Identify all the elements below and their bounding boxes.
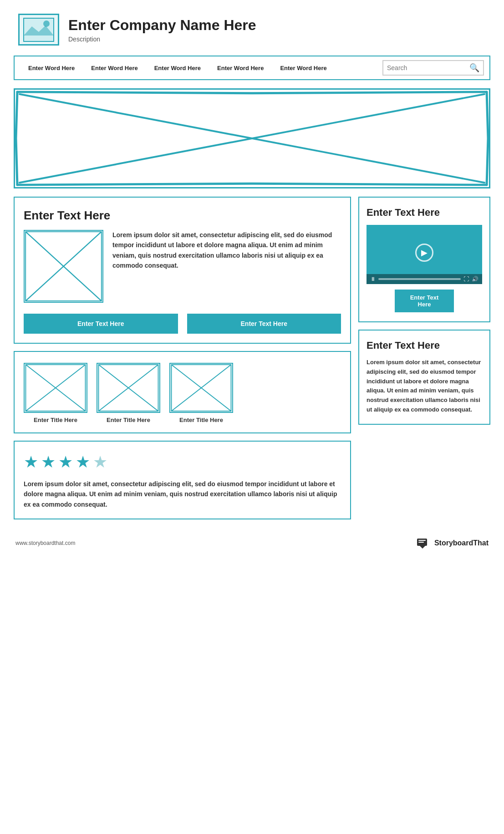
- nav-item-4[interactable]: Enter Word Here: [209, 62, 272, 74]
- nav-items: Enter Word Here Enter Word Here Enter Wo…: [20, 62, 382, 74]
- left-column: Enter Text Here Lorem ipsum dolor sit am…: [14, 197, 351, 519]
- section-1-btn-2[interactable]: Enter Text Here: [187, 314, 341, 334]
- play-button[interactable]: ▶: [415, 244, 433, 262]
- navbar: Enter Word Here Enter Word Here Enter Wo…: [14, 56, 490, 80]
- star-5-half: ★: [93, 453, 107, 472]
- footer-url: www.storyboardthat.com: [15, 540, 75, 546]
- grid-item-1: Enter Title Here: [24, 363, 87, 423]
- video-controls: ⏸ ⛶ 🔊: [367, 274, 482, 284]
- right-card-2: Enter Text Here Lorem ipsum dolor sit am…: [358, 330, 490, 425]
- star-2: ★: [41, 453, 56, 472]
- description: Description: [68, 36, 256, 43]
- image-grid: Enter Title Here Enter Title Here: [24, 363, 341, 423]
- video-placeholder: ▶ ⏸ ⛶ 🔊: [367, 225, 482, 284]
- grid-image-1: [24, 363, 87, 413]
- section-1-title: Enter Text Here: [24, 208, 341, 223]
- search-container: 🔍: [382, 60, 484, 76]
- footer-name: StoryboardThat: [434, 539, 489, 547]
- svg-point-2: [43, 20, 50, 27]
- grid-image-2: [97, 363, 160, 413]
- pause-icon[interactable]: ⏸: [370, 276, 376, 282]
- svg-marker-19: [420, 546, 425, 549]
- search-icon[interactable]: 🔍: [469, 63, 479, 73]
- right-1-button[interactable]: Enter Text Here: [395, 290, 454, 312]
- section-1-btn-1[interactable]: Enter Text Here: [24, 314, 178, 334]
- star-4: ★: [76, 453, 90, 472]
- progress-bar: [378, 278, 461, 280]
- volume-icon[interactable]: 🔊: [472, 276, 479, 282]
- footer-logo-icon: [416, 536, 431, 550]
- svg-rect-20: [418, 540, 426, 541]
- main-content: Enter Text Here Lorem ipsum dolor sit am…: [14, 197, 490, 519]
- search-input[interactable]: [387, 64, 467, 71]
- svg-rect-21: [418, 542, 424, 543]
- review-text: Lorem ipsum dolor sit amet, consectetur …: [24, 479, 341, 509]
- grid-title-3: Enter Title Here: [179, 417, 223, 423]
- stars-row: ★ ★ ★ ★ ★: [24, 453, 341, 472]
- logo-box: [18, 14, 59, 46]
- section-1-btn-row: Enter Text Here Enter Text Here: [24, 314, 341, 334]
- section-card-3: ★ ★ ★ ★ ★ Lorem ipsum dolor sit amet, co…: [14, 441, 351, 519]
- company-name: Enter Company Name Here: [68, 17, 256, 34]
- section-1-image: [24, 230, 103, 303]
- nav-item-1[interactable]: Enter Word Here: [20, 62, 83, 74]
- svg-rect-0: [24, 18, 54, 41]
- fullscreen-icon[interactable]: ⛶: [463, 276, 469, 282]
- nav-item-5[interactable]: Enter Word Here: [272, 62, 335, 74]
- nav-item-3[interactable]: Enter Word Here: [146, 62, 209, 74]
- hero-banner: [14, 88, 490, 188]
- right-column: Enter Text Here ▶ ⏸ ⛶ 🔊 Enter Text Here …: [358, 197, 490, 519]
- grid-title-2: Enter Title Here: [107, 417, 150, 423]
- grid-item-2: Enter Title Here: [97, 363, 160, 423]
- right-1-title: Enter Text Here: [367, 207, 482, 219]
- header: Enter Company Name Here Description: [14, 9, 490, 50]
- right-card-1: Enter Text Here ▶ ⏸ ⛶ 🔊 Enter Text Here: [358, 197, 490, 322]
- star-1: ★: [24, 453, 38, 472]
- section-1-lorem: Lorem ipsum dolor sit amet, consectetur …: [112, 230, 341, 271]
- grid-image-3: [169, 363, 233, 413]
- header-text: Enter Company Name Here Description: [68, 17, 256, 43]
- right-2-title: Enter Text Here: [367, 340, 482, 351]
- footer: www.storyboardthat.com StoryboardThat: [14, 533, 490, 553]
- grid-title-1: Enter Title Here: [34, 417, 77, 423]
- right-2-lorem: Lorem ipsum dolor sit amet, consectetur …: [367, 358, 482, 415]
- footer-brand: StoryboardThat: [416, 536, 489, 550]
- page-wrapper: Enter Company Name Here Description Ente…: [0, 0, 504, 834]
- section-card-1: Enter Text Here Lorem ipsum dolor sit am…: [14, 197, 351, 344]
- section-1-inner: Lorem ipsum dolor sit amet, consectetur …: [24, 230, 341, 303]
- star-3: ★: [58, 453, 73, 472]
- nav-item-2[interactable]: Enter Word Here: [83, 62, 146, 74]
- grid-item-3: Enter Title Here: [169, 363, 233, 423]
- section-card-2: Enter Title Here Enter Title Here: [14, 351, 351, 433]
